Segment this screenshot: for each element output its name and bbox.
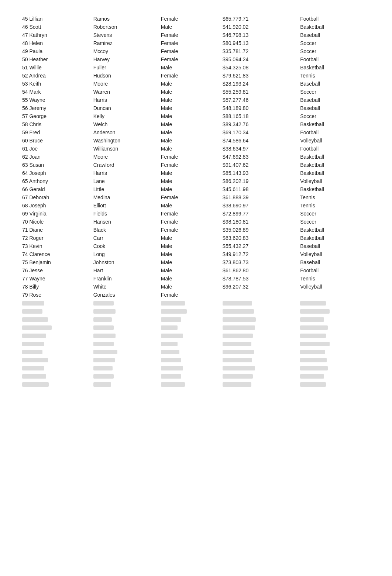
blurred-row: [22, 339, 370, 348]
cell-id-name: 46 Scott: [22, 23, 93, 31]
table-row: 71 DianeBlackFemale$35,026.89Basketball: [22, 226, 370, 234]
cell-gender: Female: [161, 15, 223, 23]
cell-id-name: 76 Jesse: [22, 266, 93, 275]
cell-gender: Male: [161, 145, 223, 153]
blurred-cell: [300, 339, 370, 348]
cell-sport: Basketball: [300, 120, 370, 128]
cell-last: Anderson: [93, 128, 161, 137]
cell-gender: Male: [161, 137, 223, 145]
blurred-cell: [223, 372, 300, 380]
blurred-cell: [22, 323, 93, 331]
blurred-cell: [22, 307, 93, 315]
cell-id-name: 60 Bruce: [22, 137, 93, 145]
cell-gender: Female: [161, 47, 223, 55]
table-row: 47 KathrynStevensFemale$46,798.13Basebal…: [22, 31, 370, 39]
blurred-cell: [300, 364, 370, 372]
blurred-row: [22, 323, 370, 331]
cell-last: Franklin: [93, 275, 161, 283]
blurred-cell: [22, 315, 93, 323]
cell-sport: Soccer: [300, 112, 370, 120]
blurred-cell: [223, 323, 300, 331]
cell-salary: $41,920.02: [223, 23, 300, 31]
cell-last: Moore: [93, 153, 161, 161]
cell-sport: Volleyball: [300, 177, 370, 185]
cell-last: Harris: [93, 169, 161, 177]
cell-sport: Tennis: [300, 72, 370, 80]
cell-id-name: 56 Jeremy: [22, 104, 93, 112]
cell-last: Williamson: [93, 145, 161, 153]
cell-sport: Football: [300, 266, 370, 275]
blurred-cell: [93, 348, 161, 356]
cell-salary: $61,862.80: [223, 266, 300, 275]
table-row: 53 KeithMooreMale$28,193.24Baseball: [22, 80, 370, 88]
cell-last: Lane: [93, 177, 161, 185]
cell-sport: Basketball: [300, 226, 370, 234]
cell-last: Ramirez: [93, 39, 161, 47]
cell-id-name: 64 Joseph: [22, 169, 93, 177]
cell-salary: $79,621.83: [223, 72, 300, 80]
cell-gender: Female: [161, 39, 223, 47]
table-row: 62 JoanMooreFemale$47,692.83Basketball: [22, 153, 370, 161]
cell-gender: Male: [161, 88, 223, 96]
cell-sport: Soccer: [300, 88, 370, 96]
cell-sport: Tennis: [300, 201, 370, 210]
cell-id-name: 51 Willie: [22, 63, 93, 72]
cell-gender: Male: [161, 275, 223, 283]
blurred-cell: [22, 299, 93, 307]
cell-salary: $54,325.08: [223, 63, 300, 72]
cell-id-name: 67 Deborah: [22, 193, 93, 201]
table-row: 64 JosephHarrisMale$85,143.93Basketball: [22, 169, 370, 177]
blurred-row: [22, 331, 370, 339]
blurred-cell: [93, 380, 161, 388]
cell-gender: Male: [161, 23, 223, 31]
blurred-cell: [223, 315, 300, 323]
cell-last: Hansen: [93, 218, 161, 226]
cell-last: Little: [93, 185, 161, 193]
blurred-cell: [93, 364, 161, 372]
cell-sport: Volleyball: [300, 137, 370, 145]
cell-salary: $61,888.39: [223, 193, 300, 201]
cell-salary: $38,634.97: [223, 145, 300, 153]
data-table: 45 LillianRamosFemale$65,779.71Football4…: [22, 15, 370, 388]
table-row: 69 VirginiaFieldsFemale$72,899.77Soccer: [22, 210, 370, 218]
cell-gender: Male: [161, 169, 223, 177]
cell-sport: Basketball: [300, 161, 370, 169]
cell-sport: Volleyball: [300, 283, 370, 291]
cell-salary: $78,787.53: [223, 275, 300, 283]
cell-salary: $47,692.83: [223, 153, 300, 161]
cell-sport: Baseball: [300, 258, 370, 266]
table-row: 58 ChrisWelchMale$89,342.76Basketball: [22, 120, 370, 128]
blurred-row: [22, 356, 370, 364]
cell-last: Warren: [93, 88, 161, 96]
cell-sport: Soccer: [300, 210, 370, 218]
cell-salary: $48,189.80: [223, 104, 300, 112]
cell-id-name: 54 Mark: [22, 88, 93, 96]
cell-last: Gonzales: [93, 291, 161, 299]
cell-id-name: 63 Susan: [22, 161, 93, 169]
cell-salary: $89,342.76: [223, 120, 300, 128]
table-row: 50 HeatherHarveyFemale$95,094.24Football: [22, 55, 370, 63]
cell-gender: Male: [161, 80, 223, 88]
blurred-cell: [300, 372, 370, 380]
cell-salary: $35,026.89: [223, 226, 300, 234]
blurred-cell: [223, 339, 300, 348]
cell-id-name: 70 Nicole: [22, 218, 93, 226]
blurred-cell: [22, 339, 93, 348]
table-row: 76 JesseHartMale$61,862.80Football: [22, 266, 370, 275]
cell-gender: Female: [161, 210, 223, 218]
table-row: 75 BenjaminJohnstonMale$73,803.73Basebal…: [22, 258, 370, 266]
cell-gender: Female: [161, 31, 223, 39]
cell-gender: Female: [161, 153, 223, 161]
cell-gender: Male: [161, 242, 223, 250]
cell-gender: Female: [161, 291, 223, 299]
cell-salary: $28,193.24: [223, 80, 300, 88]
table-row: 55 WayneHarrisMale$57,277.46Baseball: [22, 96, 370, 104]
table-row: 60 BruceWashingtonMale$74,586.64Volleyba…: [22, 137, 370, 145]
cell-gender: Female: [161, 193, 223, 201]
cell-gender: Male: [161, 63, 223, 72]
cell-sport: Volleyball: [300, 250, 370, 258]
table-row: 72 RogerCarrMale$63,620.83Basketball: [22, 234, 370, 242]
cell-last: Long: [93, 250, 161, 258]
cell-salary: $73,803.73: [223, 258, 300, 266]
cell-last: Washington: [93, 137, 161, 145]
